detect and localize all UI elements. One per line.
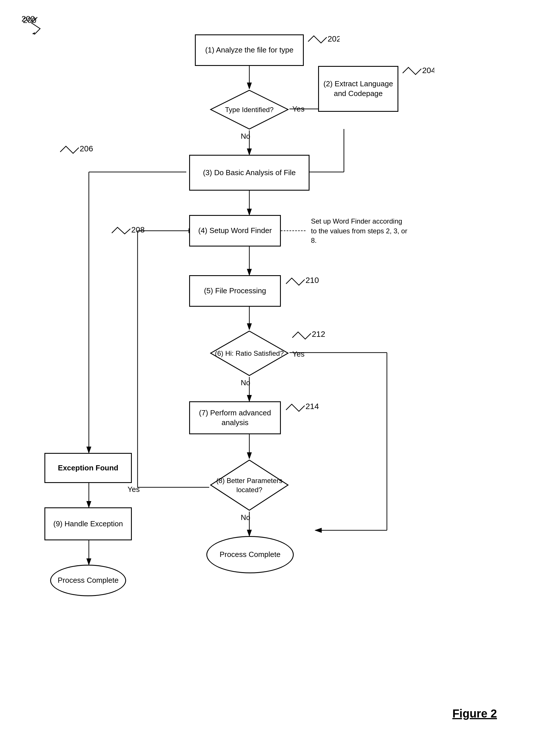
step5-label: (5) File Processing [202,284,269,298]
step3-box: (3) Do Basic Analysis of File [189,155,310,191]
step9-label: (9) Handle Exception [51,517,125,531]
type-identified-label: Type Identified? [225,105,273,114]
svg-text:212: 212 [312,330,325,339]
step7-box: (7) Perform advanced analysis [189,401,281,434]
step1-box: (1) Analyze the file for type [195,34,304,66]
yes-label-1: Yes [292,104,305,114]
zigzag-202: 202 [305,33,340,50]
process-complete-1-oval: Process Complete [50,565,126,596]
no-label-1: No [241,132,250,141]
step9-box: (9) Handle Exception [44,508,132,540]
step4-box: (4) Setup Word Finder [189,215,281,247]
svg-text:206: 206 [80,144,93,153]
zigzag-208: 208 [109,223,146,240]
exception-label: Exception Found [56,461,121,475]
step8-diamond: (8) Better Parameters located? [209,458,289,512]
process-complete-2-label: Process Complete [220,550,280,560]
step8-label: (8) Better Parameters located? [209,476,289,494]
process-complete-2-oval: Process Complete [206,536,294,573]
svg-text:208: 208 [131,225,145,234]
zigzag-214: 214 [283,401,320,419]
step1-label: (1) Analyze the file for type [203,43,296,57]
no-label-3: No [241,513,250,522]
svg-text:210: 210 [306,276,319,285]
svg-text:200: 200 [21,14,35,23]
step3-label: (3) Do Basic Analysis of File [201,166,298,180]
step4-annotation: Set up Word Finder according to the valu… [311,216,408,246]
svg-text:202: 202 [328,34,340,43]
svg-text:214: 214 [306,402,319,411]
step5-box: (5) File Processing [189,275,281,307]
svg-text:204: 204 [422,66,434,75]
yes-label-2: Yes [292,350,305,359]
step7-label: (7) Perform advanced analysis [190,406,280,430]
type-identified-diamond: Type Identified? [209,89,289,130]
step2-box: (2) Extract Language and Codepage [318,66,399,112]
zigzag-210: 210 [283,275,320,292]
exception-box: Exception Found [44,453,132,483]
step4-label: (4) Setup Word Finder [196,224,274,238]
step6-label: (6) Hi: Ratio Satisfied? [215,349,284,358]
zigzag-206: 206 [57,140,95,161]
process-complete-1-label: Process Complete [58,576,119,585]
zigzag-200: 200 [20,14,54,37]
yes-label-3: Yes [128,485,140,494]
zigzag-204: 204 [400,64,434,82]
step6-diamond: (6) Hi: Ratio Satisfied? [209,330,289,377]
step2-label: (2) Extract Language and Codepage [319,77,398,101]
zigzag-212: 212 [289,329,327,346]
figure-label: Figure 2 [452,707,497,720]
no-label-2: No [241,378,250,387]
flowchart-diagram: 200 200 (1) Analyze the file for type 20… [0,0,560,743]
